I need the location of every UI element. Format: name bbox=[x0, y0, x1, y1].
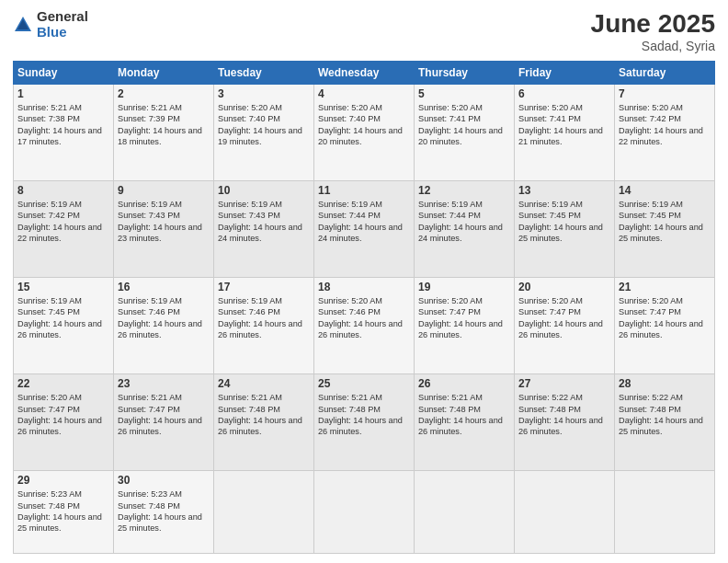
day-number: 29 bbox=[17, 474, 109, 487]
day-number: 9 bbox=[118, 184, 210, 197]
day-info: Sunrise: 5:19 AMSunset: 7:44 PMDaylight:… bbox=[318, 199, 410, 245]
table-row: 27 Sunrise: 5:22 AMSunset: 7:48 PMDaylig… bbox=[515, 374, 615, 471]
day-info: Sunrise: 5:19 AMSunset: 7:45 PMDaylight:… bbox=[619, 199, 711, 245]
day-info: Sunrise: 5:21 AMSunset: 7:47 PMDaylight:… bbox=[118, 392, 210, 438]
day-number: 23 bbox=[118, 377, 210, 390]
day-info: Sunrise: 5:21 AMSunset: 7:48 PMDaylight:… bbox=[318, 392, 410, 438]
table-row: 30 Sunrise: 5:23 AMSunset: 7:48 PMDaylig… bbox=[114, 471, 214, 554]
table-row bbox=[415, 471, 515, 554]
col-sunday: Sunday bbox=[14, 62, 114, 85]
table-row bbox=[314, 471, 415, 554]
day-number: 8 bbox=[17, 184, 109, 197]
calendar-table: Sunday Monday Tuesday Wednesday Thursday… bbox=[13, 61, 715, 554]
month-title: June 2025 bbox=[591, 9, 715, 39]
logo: General Blue bbox=[13, 9, 88, 40]
table-row: 16 Sunrise: 5:19 AMSunset: 7:46 PMDaylig… bbox=[114, 278, 214, 374]
day-number: 15 bbox=[17, 281, 109, 293]
day-number: 5 bbox=[418, 87, 510, 100]
day-number: 10 bbox=[218, 184, 310, 197]
logo-blue: Blue bbox=[37, 25, 88, 40]
day-number: 12 bbox=[418, 184, 510, 197]
table-row: 24 Sunrise: 5:21 AMSunset: 7:48 PMDaylig… bbox=[214, 374, 314, 471]
calendar-header-row: Sunday Monday Tuesday Wednesday Thursday… bbox=[14, 62, 715, 85]
day-number: 26 bbox=[418, 377, 510, 390]
day-number: 17 bbox=[218, 281, 310, 293]
day-number: 25 bbox=[318, 377, 410, 390]
table-row: 17 Sunrise: 5:19 AMSunset: 7:46 PMDaylig… bbox=[214, 278, 314, 374]
day-info: Sunrise: 5:20 AMSunset: 7:47 PMDaylight:… bbox=[619, 295, 711, 341]
day-number: 18 bbox=[318, 281, 410, 293]
page: General Blue June 2025 Sadad, Syria Sund… bbox=[0, 0, 728, 563]
day-info: Sunrise: 5:19 AMSunset: 7:42 PMDaylight:… bbox=[17, 199, 109, 245]
table-row: 12 Sunrise: 5:19 AMSunset: 7:44 PMDaylig… bbox=[415, 181, 515, 278]
table-row: 15 Sunrise: 5:19 AMSunset: 7:45 PMDaylig… bbox=[14, 278, 114, 374]
col-friday: Friday bbox=[515, 62, 615, 85]
table-row: 2 Sunrise: 5:21 AMSunset: 7:39 PMDayligh… bbox=[114, 85, 214, 181]
table-row: 9 Sunrise: 5:19 AMSunset: 7:43 PMDayligh… bbox=[114, 181, 214, 278]
day-number: 14 bbox=[619, 184, 711, 197]
table-row: 5 Sunrise: 5:20 AMSunset: 7:41 PMDayligh… bbox=[415, 85, 515, 181]
table-row: 26 Sunrise: 5:21 AMSunset: 7:48 PMDaylig… bbox=[415, 374, 515, 471]
day-info: Sunrise: 5:21 AMSunset: 7:48 PMDaylight:… bbox=[218, 392, 310, 438]
day-number: 13 bbox=[518, 184, 610, 197]
logo-general: General bbox=[37, 9, 88, 25]
day-number: 21 bbox=[619, 281, 711, 293]
day-number: 20 bbox=[518, 281, 610, 293]
table-row bbox=[214, 471, 314, 554]
day-info: Sunrise: 5:19 AMSunset: 7:44 PMDaylight:… bbox=[418, 199, 510, 245]
logo-text: General Blue bbox=[37, 9, 88, 40]
day-info: Sunrise: 5:19 AMSunset: 7:46 PMDaylight:… bbox=[218, 295, 310, 341]
table-row: 4 Sunrise: 5:20 AMSunset: 7:40 PMDayligh… bbox=[314, 85, 415, 181]
table-row: 25 Sunrise: 5:21 AMSunset: 7:48 PMDaylig… bbox=[314, 374, 415, 471]
col-wednesday: Wednesday bbox=[314, 62, 415, 85]
day-number: 19 bbox=[418, 281, 510, 293]
day-number: 27 bbox=[518, 377, 610, 390]
day-info: Sunrise: 5:20 AMSunset: 7:46 PMDaylight:… bbox=[318, 295, 410, 341]
table-row: 20 Sunrise: 5:20 AMSunset: 7:47 PMDaylig… bbox=[515, 278, 615, 374]
day-info: Sunrise: 5:20 AMSunset: 7:47 PMDaylight:… bbox=[418, 295, 510, 341]
day-number: 22 bbox=[17, 377, 109, 390]
day-number: 11 bbox=[318, 184, 410, 197]
table-row: 13 Sunrise: 5:19 AMSunset: 7:45 PMDaylig… bbox=[515, 181, 615, 278]
table-row: 14 Sunrise: 5:19 AMSunset: 7:45 PMDaylig… bbox=[615, 181, 715, 278]
table-row bbox=[515, 471, 615, 554]
col-monday: Monday bbox=[114, 62, 214, 85]
day-number: 30 bbox=[118, 474, 210, 487]
logo-icon bbox=[13, 15, 33, 35]
col-tuesday: Tuesday bbox=[214, 62, 314, 85]
table-row: 6 Sunrise: 5:20 AMSunset: 7:41 PMDayligh… bbox=[515, 85, 615, 181]
day-number: 1 bbox=[17, 87, 109, 100]
table-row: 29 Sunrise: 5:23 AMSunset: 7:48 PMDaylig… bbox=[14, 471, 114, 554]
table-row: 7 Sunrise: 5:20 AMSunset: 7:42 PMDayligh… bbox=[615, 85, 715, 181]
day-number: 6 bbox=[518, 87, 610, 100]
col-thursday: Thursday bbox=[415, 62, 515, 85]
day-info: Sunrise: 5:20 AMSunset: 7:47 PMDaylight:… bbox=[17, 392, 109, 438]
table-row: 11 Sunrise: 5:19 AMSunset: 7:44 PMDaylig… bbox=[314, 181, 415, 278]
day-info: Sunrise: 5:20 AMSunset: 7:41 PMDaylight:… bbox=[418, 102, 510, 148]
day-info: Sunrise: 5:20 AMSunset: 7:42 PMDaylight:… bbox=[619, 102, 711, 148]
day-number: 28 bbox=[619, 377, 711, 390]
table-row: 22 Sunrise: 5:20 AMSunset: 7:47 PMDaylig… bbox=[14, 374, 114, 471]
day-number: 24 bbox=[218, 377, 310, 390]
day-info: Sunrise: 5:19 AMSunset: 7:46 PMDaylight:… bbox=[118, 295, 210, 341]
day-info: Sunrise: 5:23 AMSunset: 7:48 PMDaylight:… bbox=[17, 488, 109, 534]
table-row: 28 Sunrise: 5:22 AMSunset: 7:48 PMDaylig… bbox=[615, 374, 715, 471]
table-row: 8 Sunrise: 5:19 AMSunset: 7:42 PMDayligh… bbox=[14, 181, 114, 278]
day-info: Sunrise: 5:19 AMSunset: 7:43 PMDaylight:… bbox=[118, 199, 210, 245]
day-info: Sunrise: 5:20 AMSunset: 7:40 PMDaylight:… bbox=[218, 102, 310, 148]
day-info: Sunrise: 5:19 AMSunset: 7:45 PMDaylight:… bbox=[518, 199, 610, 245]
col-saturday: Saturday bbox=[615, 62, 715, 85]
day-info: Sunrise: 5:20 AMSunset: 7:47 PMDaylight:… bbox=[518, 295, 610, 341]
day-info: Sunrise: 5:19 AMSunset: 7:45 PMDaylight:… bbox=[17, 295, 109, 341]
table-row: 1 Sunrise: 5:21 AMSunset: 7:38 PMDayligh… bbox=[14, 85, 114, 181]
day-number: 3 bbox=[218, 87, 310, 100]
table-row: 19 Sunrise: 5:20 AMSunset: 7:47 PMDaylig… bbox=[415, 278, 515, 374]
day-info: Sunrise: 5:22 AMSunset: 7:48 PMDaylight:… bbox=[518, 392, 610, 438]
table-row: 18 Sunrise: 5:20 AMSunset: 7:46 PMDaylig… bbox=[314, 278, 415, 374]
header: General Blue June 2025 Sadad, Syria bbox=[13, 9, 715, 53]
table-row: 23 Sunrise: 5:21 AMSunset: 7:47 PMDaylig… bbox=[114, 374, 214, 471]
day-number: 4 bbox=[318, 87, 410, 100]
title-block: June 2025 Sadad, Syria bbox=[591, 9, 715, 53]
table-row: 10 Sunrise: 5:19 AMSunset: 7:43 PMDaylig… bbox=[214, 181, 314, 278]
day-number: 7 bbox=[619, 87, 711, 100]
